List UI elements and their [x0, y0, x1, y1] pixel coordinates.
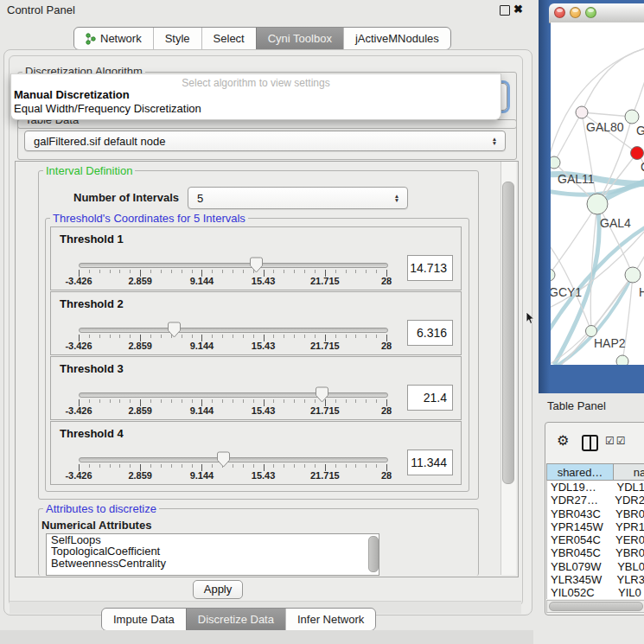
threshold-value-field[interactable]: 6.316	[407, 320, 453, 346]
table-row[interactable]: YDR27…YDR2	[547, 494, 644, 507]
slider-thumb[interactable]	[168, 322, 181, 338]
slider-tick	[243, 270, 244, 273]
tab-select[interactable]: Select	[201, 28, 256, 49]
popup-option-manual-discretization[interactable]: Manual Discretization	[14, 88, 130, 101]
slider-tick-label: 21.715	[310, 470, 340, 481]
threshold-value-field[interactable]: 11.344	[407, 450, 453, 475]
network-edge[interactable]	[582, 112, 632, 117]
slider-tick	[335, 270, 336, 273]
slider-tick-label: 9.144	[190, 470, 214, 481]
network-node-c[interactable]	[631, 147, 644, 160]
network-node-label: HAP2	[594, 336, 626, 350]
slider-tick	[212, 335, 213, 338]
slider-tick	[376, 335, 377, 338]
column-layout-icon[interactable]	[582, 435, 598, 451]
slider-tick	[171, 399, 172, 403]
slider-tick	[161, 399, 162, 403]
attributes-scrollbar-thumb[interactable]	[368, 536, 379, 572]
checkbox-icons[interactable]: ☑☑	[605, 435, 628, 447]
tab-style[interactable]: Style	[153, 28, 201, 49]
network-node-gal80[interactable]	[576, 106, 588, 118]
network-node-gal4[interactable]	[587, 194, 608, 214]
tab-label: jActiveMNodules	[355, 32, 439, 45]
network-node-gal11[interactable]	[551, 156, 560, 169]
column-header-shared[interactable]: shared…	[546, 463, 614, 481]
slider-tick	[150, 464, 151, 468]
vertical-scrollbar-thumb[interactable]	[502, 182, 514, 484]
attribute-item-selfloops[interactable]: SelfLoops	[47, 534, 379, 545]
table-row[interactable]: YIL052CYIL0	[547, 586, 644, 599]
slider-tick-label: 15.43	[252, 405, 276, 416]
tab-discretize-data[interactable]: Discretize Data	[186, 609, 285, 630]
attribute-item-topologicalcoefficient[interactable]: TopologicalCoefficient	[47, 545, 379, 557]
cell-shared-name: YLR345W	[547, 573, 612, 586]
slider-tick	[366, 270, 367, 273]
slider-tick	[346, 270, 347, 273]
slider-track[interactable]	[79, 328, 388, 333]
network-edge[interactable]	[551, 204, 597, 275]
table-row[interactable]: YLR345WYLR3	[547, 573, 644, 586]
slider-tick	[89, 399, 90, 403]
network-window-titlebar[interactable]	[549, 3, 644, 23]
tab-cyni-toolbox[interactable]: Cyni Toolbox	[256, 28, 343, 49]
combo-stepper-icon: ▲▼	[392, 194, 402, 202]
gear-icon[interactable]: ⚙	[557, 432, 569, 449]
threshold-value-field[interactable]: 21.4	[407, 385, 453, 411]
slider-tick	[171, 270, 172, 273]
cell-shared-name: YDR27…	[547, 494, 610, 507]
slider-thumb[interactable]	[250, 257, 263, 273]
slider-tick	[89, 270, 90, 273]
attribute-item-betweennesscentrality[interactable]: BetweennessCentrality	[47, 558, 379, 569]
tab-label: Style	[165, 32, 190, 45]
network-node-h[interactable]	[625, 267, 641, 283]
minimize-traffic-light-icon[interactable]	[570, 7, 581, 18]
network-node-gcy1[interactable]	[551, 269, 555, 281]
slider-tick-label: 21.715	[310, 276, 340, 286]
zoom-traffic-light-icon[interactable]	[585, 7, 596, 18]
table-row[interactable]: YDL19…YDL1	[547, 481, 644, 494]
close-icon[interactable]: ✖	[513, 3, 523, 16]
numerical-attributes-list[interactable]: SelfLoopsTopologicalCoefficientBetweenne…	[46, 533, 379, 576]
slider-track[interactable]	[79, 392, 388, 398]
tab-label: Select	[214, 32, 245, 45]
slider-tick	[182, 335, 182, 338]
threshold-value-field[interactable]: 14.713	[407, 255, 453, 281]
network-node[interactable]	[616, 355, 628, 365]
node-table-rows[interactable]: YDL19…YDL1YDR27…YDR2YBR043CYBR0YPR145WYP…	[546, 481, 644, 599]
table-row[interactable]: YBR045CYBR0	[547, 546, 644, 559]
slider-tick-label: 21.715	[310, 341, 340, 351]
table-row[interactable]: YBR043CYBR0	[547, 507, 644, 520]
slider-tick	[315, 335, 316, 338]
table-data-combo[interactable]: galFiltered.sif default node ▲▼	[24, 131, 506, 151]
table-row[interactable]: YBL079WYBL0	[547, 560, 644, 573]
column-header-name[interactable]: na	[613, 463, 644, 481]
tab-infer-network[interactable]: Infer Network	[285, 609, 375, 630]
cell-shared-name: YBR045C	[547, 546, 611, 559]
popup-option-equal-width-frequency[interactable]: Equal Width/Frequency Discretization	[14, 102, 201, 115]
cell-name: YDR2	[610, 494, 644, 507]
float-window-icon[interactable]	[500, 5, 510, 16]
tab-impute-data[interactable]: Impute Data	[102, 609, 186, 630]
table-row[interactable]: YER054CYER0	[547, 533, 644, 546]
network-node-g[interactable]	[625, 110, 639, 124]
slider-tick	[110, 399, 111, 403]
slider-tick-label: 15.43	[252, 276, 276, 286]
network-edge-thick[interactable]	[554, 204, 599, 365]
num-intervals-combo[interactable]: 5 ▲▼	[188, 187, 408, 209]
table-row[interactable]: YPR145WYPR1	[547, 520, 644, 533]
network-canvas[interactable]: GAL80GCGAL11GAL4GCY1HHAP2	[551, 22, 644, 365]
cell-shared-name: YBL079W	[547, 560, 613, 573]
network-edge[interactable]	[554, 112, 582, 163]
close-traffic-light-icon[interactable]	[554, 7, 565, 18]
apply-button[interactable]: Apply	[193, 580, 243, 599]
network-node-hap2[interactable]	[586, 326, 597, 337]
tab-network[interactable]: Network	[74, 28, 153, 49]
tab-jactivemnodules[interactable]: jActiveMNodules	[343, 28, 450, 49]
slider-tick	[130, 270, 131, 273]
horizontal-scrollbar-thumb[interactable]	[549, 602, 643, 611]
slider-thumb[interactable]	[316, 386, 328, 403]
slider-track[interactable]	[79, 263, 388, 268]
slider-tick	[294, 335, 295, 338]
slider-thumb[interactable]	[217, 451, 230, 468]
slider-track[interactable]	[79, 457, 388, 462]
